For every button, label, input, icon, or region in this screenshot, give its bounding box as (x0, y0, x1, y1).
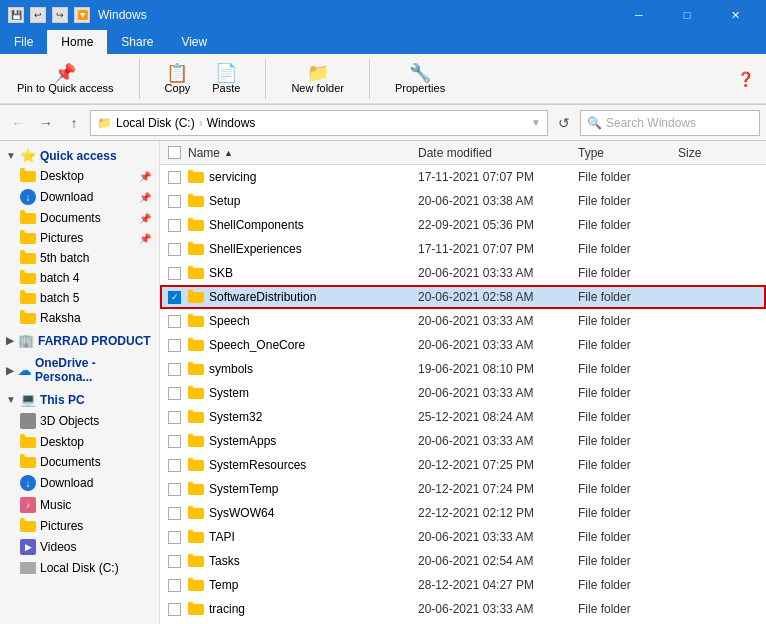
table-row[interactable]: Speech20-06-2021 03:33 AMFile folder (160, 309, 766, 333)
row-checkbox[interactable] (168, 579, 188, 592)
row-checkbox[interactable] (168, 555, 188, 568)
farrad-header[interactable]: ▶ 🏢 FARRAD PRODUCT (0, 330, 159, 351)
row-checkbox[interactable] (168, 339, 188, 352)
tab-home[interactable]: Home (47, 30, 107, 54)
table-row[interactable]: tracing20-06-2021 03:33 AMFile folder (160, 597, 766, 621)
sidebar-item-localdisk[interactable]: Local Disk (C:) (0, 558, 159, 578)
sidebar-item-5thbatch[interactable]: 5th batch (0, 248, 159, 268)
onedrive-section: ▶ ☁ OneDrive - Persona... (0, 353, 159, 387)
sidebar-item-videos[interactable]: ▶ Videos (0, 536, 159, 558)
forward-button[interactable]: → (34, 111, 58, 135)
paste-button[interactable]: 📄 Paste (203, 59, 249, 99)
breadcrumb-part2[interactable]: Windows (207, 116, 256, 130)
table-row[interactable]: ✓SoftwareDistribution20-06-2021 02:58 AM… (160, 285, 766, 309)
breadcrumb-dropdown[interactable]: ▼ (531, 117, 541, 128)
row-checkbox[interactable] (168, 219, 188, 232)
close-button[interactable]: ✕ (712, 0, 758, 30)
col-header-type[interactable]: Type (578, 146, 678, 160)
row-checkbox[interactable]: ✓ (168, 291, 188, 304)
sidebar-item-music[interactable]: ♪ Music (0, 494, 159, 516)
undo-icon[interactable]: ↩ (30, 7, 46, 23)
sidebar-item-batch5[interactable]: batch 5 (0, 288, 159, 308)
onedrive-header[interactable]: ▶ ☁ OneDrive - Persona... (0, 353, 159, 387)
this-pc-header[interactable]: ▼ 💻 This PC (0, 389, 159, 410)
sidebar-item-pictures-quick[interactable]: Pictures 📌 (0, 228, 159, 248)
breadcrumb-part1[interactable]: Local Disk (C:) (116, 116, 195, 130)
sidebar-item-documents-pc[interactable]: Documents (0, 452, 159, 472)
sidebar-item-download-pc[interactable]: ↓ Download (0, 472, 159, 494)
table-row[interactable]: SysWOW6422-12-2021 02:12 PMFile folder (160, 501, 766, 525)
table-row[interactable]: SystemApps20-06-2021 03:33 AMFile folder (160, 429, 766, 453)
row-checkbox[interactable] (168, 411, 188, 424)
minimize-button[interactable]: ─ (616, 0, 662, 30)
row-checkbox[interactable] (168, 243, 188, 256)
table-row[interactable]: SystemTemp20-12-2021 07:24 PMFile folder (160, 477, 766, 501)
table-row[interactable]: servicing17-11-2021 07:07 PMFile folder (160, 165, 766, 189)
row-checkbox[interactable] (168, 171, 188, 184)
properties-icon[interactable]: 🔽 (74, 7, 90, 23)
file-date-cell: 17-11-2021 07:07 PM (418, 170, 578, 184)
table-row[interactable]: symbols19-06-2021 08:10 PMFile folder (160, 357, 766, 381)
refresh-button[interactable]: ↺ (552, 111, 576, 135)
tab-view[interactable]: View (167, 30, 221, 54)
sidebar-item-desktop-quick[interactable]: Desktop 📌 (0, 166, 159, 186)
table-row[interactable]: System3225-12-2021 08:24 AMFile folder (160, 405, 766, 429)
table-row[interactable]: TAPI20-06-2021 03:33 AMFile folder (160, 525, 766, 549)
quick-access-toolbar-icon[interactable]: 💾 (8, 7, 24, 23)
maximize-button[interactable]: □ (664, 0, 710, 30)
col-header-name[interactable]: Name ▲ (188, 146, 418, 160)
tab-file[interactable]: File (0, 30, 47, 54)
checkbox-empty (168, 435, 181, 448)
properties-button[interactable]: 🔧 Properties (386, 59, 454, 99)
table-row[interactable]: Setup20-06-2021 03:38 AMFile folder (160, 189, 766, 213)
sidebar-item-label: Desktop (40, 435, 84, 449)
table-row[interactable]: ShellComponents22-09-2021 05:36 PMFile f… (160, 213, 766, 237)
sidebar-item-raksha[interactable]: Raksha (0, 308, 159, 328)
new-folder-button[interactable]: 📁 New folder (282, 59, 353, 99)
row-checkbox[interactable] (168, 459, 188, 472)
sidebar-item-download-quick[interactable]: ↓ Download 📌 (0, 186, 159, 208)
row-checkbox[interactable] (168, 315, 188, 328)
col-header-date[interactable]: Date modified (418, 146, 578, 160)
sidebar-item-desktop-pc[interactable]: Desktop (0, 432, 159, 452)
up-button[interactable]: ↑ (62, 111, 86, 135)
col-header-size[interactable]: Size (678, 146, 758, 160)
row-checkbox[interactable] (168, 195, 188, 208)
row-checkbox[interactable] (168, 483, 188, 496)
file-type-cell: File folder (578, 170, 678, 184)
sidebar-item-3dobjects[interactable]: 3D Objects (0, 410, 159, 432)
row-checkbox[interactable] (168, 387, 188, 400)
copy-button[interactable]: 📋 Copy (156, 59, 200, 99)
file-name-cell: SystemResources (188, 458, 418, 472)
redo-icon[interactable]: ↪ (52, 7, 68, 23)
table-row[interactable]: Temp28-12-2021 04:27 PMFile folder (160, 573, 766, 597)
back-button[interactable]: ← (6, 111, 30, 135)
checkbox-empty (168, 315, 181, 328)
sidebar-item-batch4[interactable]: batch 4 (0, 268, 159, 288)
row-checkbox[interactable] (168, 363, 188, 376)
pin-to-quick-access-button[interactable]: 📌 Pin to Quick access (8, 59, 123, 99)
row-checkbox[interactable] (168, 507, 188, 520)
help-icon[interactable]: ❓ (733, 67, 758, 91)
table-row[interactable]: System20-06-2021 03:33 AMFile folder (160, 381, 766, 405)
row-checkbox[interactable] (168, 531, 188, 544)
table-row[interactable]: Speech_OneCore20-06-2021 03:33 AMFile fo… (160, 333, 766, 357)
sidebar-item-pictures-pc[interactable]: Pictures (0, 516, 159, 536)
sidebar-item-documents-quick[interactable]: Documents 📌 (0, 208, 159, 228)
file-date-cell: 17-11-2021 07:07 PM (418, 242, 578, 256)
row-checkbox[interactable] (168, 435, 188, 448)
checkbox-empty (168, 219, 181, 232)
row-checkbox[interactable] (168, 267, 188, 280)
table-row[interactable]: Tasks20-06-2021 02:54 AMFile folder (160, 549, 766, 573)
quick-access-header[interactable]: ▼ ⭐ Quick access (0, 145, 159, 166)
table-row[interactable]: ShellExperiences17-11-2021 07:07 PMFile … (160, 237, 766, 261)
checkbox-empty (168, 195, 181, 208)
header-checkbox[interactable] (168, 146, 188, 159)
tab-share[interactable]: Share (107, 30, 167, 54)
table-row[interactable]: SystemResources20-12-2021 07:25 PMFile f… (160, 453, 766, 477)
file-name-label: servicing (209, 170, 256, 184)
search-bar[interactable]: 🔍 Search Windows (580, 110, 760, 136)
table-row[interactable]: SKB20-06-2021 03:33 AMFile folder (160, 261, 766, 285)
row-checkbox[interactable] (168, 603, 188, 616)
breadcrumb[interactable]: 📁 Local Disk (C:) › Windows ▼ (90, 110, 548, 136)
